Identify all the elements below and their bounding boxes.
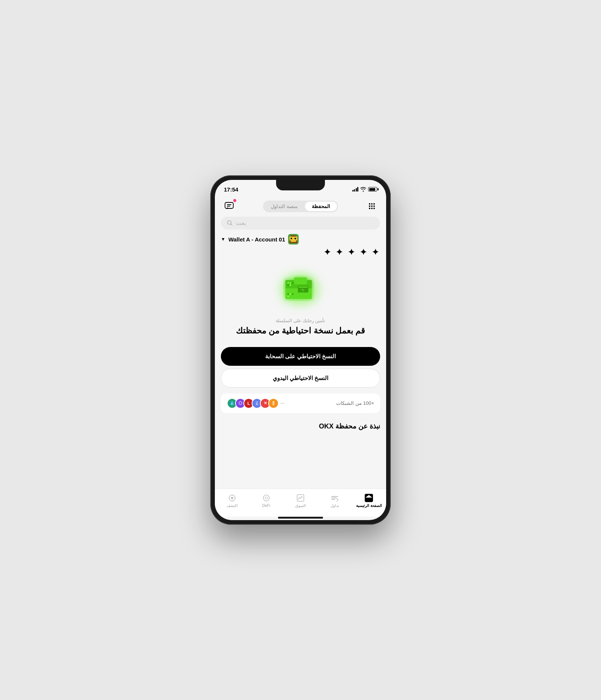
svg-rect-22 (295, 238, 296, 240)
search-bar[interactable]: بحث (221, 217, 380, 229)
nav-item-home[interactable]: الصفحة الرئيسية (352, 492, 386, 509)
svg-rect-37 (287, 282, 289, 284)
svg-point-6 (369, 205, 370, 207)
svg-rect-18 (290, 237, 297, 238)
nav-item-defi[interactable]: DeFi (249, 492, 283, 509)
backup-subtitle: تأمين رحلتك على السلسلة (226, 318, 375, 323)
account-avatar (288, 234, 299, 244)
nav-item-market[interactable]: السوق (283, 492, 317, 509)
status-time: 17:54 (224, 186, 238, 193)
wifi-icon (360, 187, 366, 192)
home-nav-icon (364, 493, 373, 502)
about-title: نبذة عن محفظة OKX (221, 422, 380, 430)
chat-button[interactable] (222, 199, 236, 213)
nav-item-discover[interactable]: اكتشف (215, 492, 249, 509)
svg-point-7 (371, 205, 373, 207)
svg-rect-51 (331, 498, 337, 498)
tab-switcher: منصة التداول المحفظة (263, 201, 338, 212)
signal-icon (352, 187, 359, 192)
svg-rect-15 (291, 235, 292, 237)
svg-rect-28 (291, 242, 296, 243)
svg-rect-20 (291, 238, 292, 240)
wallet-illustration-container: $ (215, 263, 386, 318)
svg-point-4 (371, 203, 373, 205)
phone-screen: 17:54 (215, 180, 386, 520)
trade-nav-icon (330, 493, 339, 502)
app-content: منصة التداول المحفظة (215, 196, 386, 489)
svg-rect-0 (225, 202, 233, 208)
wallet-tab[interactable]: المحفظة (305, 202, 337, 211)
svg-rect-38 (290, 282, 291, 284)
backup-section: تأمين رحلتك على السلسلة قم بعمل نسخة احت… (215, 318, 386, 344)
svg-rect-34 (299, 287, 308, 288)
header: منصة التداول المحفظة (215, 196, 386, 217)
battery-icon (368, 187, 377, 192)
svg-text:$: $ (301, 290, 303, 293)
svg-point-11 (373, 208, 375, 209)
notch (276, 180, 325, 190)
svg-rect-32 (294, 278, 307, 284)
svg-rect-48 (368, 498, 370, 501)
svg-rect-45 (287, 296, 289, 297)
svg-rect-44 (292, 293, 293, 295)
svg-rect-39 (292, 282, 293, 284)
nav-label-defi: DeFi (262, 504, 270, 508)
svg-rect-25 (291, 241, 296, 242)
more-dots: ··· (280, 400, 284, 407)
search-placeholder: بحث (236, 220, 246, 226)
account-name: Wallet A - Account 01 (228, 236, 285, 243)
svg-point-5 (373, 203, 375, 205)
account-row[interactable]: Wallet A - Account 01 ▼ (215, 234, 386, 247)
svg-rect-26 (290, 241, 291, 243)
defi-nav-icon (262, 493, 271, 502)
phone-frame: 17:54 (210, 175, 391, 525)
svg-rect-52 (331, 499, 335, 500)
networks-row: +100 من الشبكات ··· ₿ ✕ Ξ L ⬡ 💧 (221, 394, 380, 413)
svg-rect-40 (287, 284, 289, 286)
nav-label-trade: تداول (331, 504, 339, 508)
balance-row: ✦ ✦ ✦ ✦ ✦ (215, 247, 386, 263)
svg-rect-21 (292, 238, 295, 240)
svg-point-10 (371, 208, 373, 209)
svg-rect-42 (287, 293, 289, 295)
wallet-illustration: $ (274, 267, 327, 312)
svg-point-56 (231, 497, 233, 499)
bitcoin-icon: ₿ (268, 398, 279, 409)
svg-rect-27 (296, 241, 297, 243)
nav-label-discover: اكتشف (227, 504, 238, 508)
bottom-nav: الصفحة الرئيسية تداول (215, 489, 386, 517)
svg-rect-19 (290, 238, 291, 240)
nav-label-home: الصفحة الرئيسية (356, 504, 382, 508)
status-icons (352, 187, 378, 192)
networks-count: +100 من الشبكات (336, 400, 374, 406)
notification-badge (233, 199, 237, 202)
chevron-down-icon: ▼ (221, 237, 225, 242)
svg-rect-23 (296, 238, 297, 240)
svg-rect-17 (295, 235, 296, 237)
home-indicator (278, 517, 323, 519)
cloud-backup-button[interactable]: النسخ الاحتياطي على السحابة (221, 347, 380, 366)
backup-title: قم بعمل نسخة احتياطية من محفظتك (226, 326, 375, 336)
svg-point-3 (369, 203, 370, 205)
svg-point-8 (373, 205, 375, 207)
svg-line-13 (231, 224, 233, 226)
svg-point-9 (369, 208, 370, 209)
balance-hidden: ✦ ✦ ✦ ✦ ✦ (324, 247, 380, 257)
svg-rect-41 (290, 284, 291, 286)
nav-item-trade[interactable]: تداول (318, 492, 352, 509)
svg-point-54 (263, 495, 269, 501)
network-icons: ··· ₿ ✕ Ξ L ⬡ 💧 (227, 398, 284, 409)
search-icon (227, 220, 233, 226)
manual-backup-button[interactable]: النسخ الاحتياطي اليدوي (221, 369, 380, 388)
about-section: نبذة عن محفظة OKX (215, 419, 386, 438)
market-nav-icon (296, 493, 305, 502)
discover-nav-icon (228, 493, 237, 502)
grid-menu-button[interactable] (365, 199, 379, 213)
svg-rect-50 (331, 496, 338, 497)
trading-platform-tab[interactable]: منصة التداول (264, 202, 304, 211)
svg-rect-43 (290, 293, 291, 295)
nav-label-market: السوق (295, 504, 306, 508)
svg-rect-24 (290, 239, 297, 241)
svg-rect-16 (292, 235, 295, 237)
